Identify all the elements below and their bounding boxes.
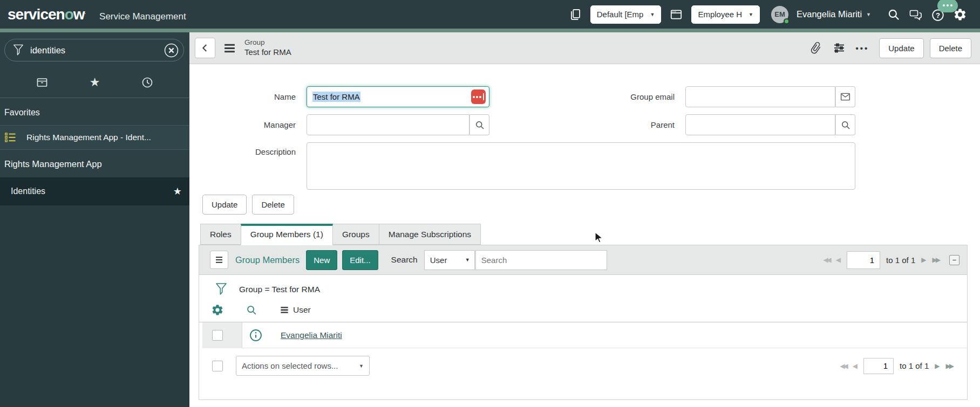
favorite-item-label: Rights Management App - Ident... <box>26 133 151 142</box>
password-autofill-icon[interactable] <box>471 89 486 104</box>
group-members-list: Group Members New Edit... Search User ▼ … <box>199 245 968 400</box>
column-header-user[interactable]: User <box>280 305 311 315</box>
first-page-icon[interactable]: ◀◀ <box>823 257 829 263</box>
favorites-section-header: Favorites <box>0 98 189 125</box>
attachment-icon[interactable] <box>809 42 822 54</box>
name-input[interactable]: Test for RMA <box>307 86 489 107</box>
filter-funnel-icon[interactable] <box>215 282 228 296</box>
group-email-input[interactable] <box>685 86 835 107</box>
tab-group-members[interactable]: Group Members (1) <box>241 224 333 245</box>
list-personalize-gear-icon[interactable] <box>211 303 224 316</box>
record-title: Group Test for RMA <box>244 38 291 58</box>
chevron-down-icon: ▼ <box>465 257 470 263</box>
list-context-menu-button[interactable] <box>210 251 228 269</box>
tab-groups[interactable]: Groups <box>332 224 379 245</box>
actions-on-selected-rows-select[interactable]: Actions on selected rows... ▼ <box>236 356 370 376</box>
new-button[interactable]: New <box>306 250 337 270</box>
avatar[interactable]: EM <box>771 6 788 23</box>
form-context-menu-icon[interactable] <box>223 42 236 55</box>
table-row: Evangelia Miariti <box>202 322 967 348</box>
previous-page-icon[interactable]: ◀ <box>836 257 841 263</box>
main-content: Group Test for RMA ••• Update Delete <box>189 32 980 407</box>
actions-select-value: Actions on selected rows... <box>242 361 338 370</box>
row-checkbox[interactable] <box>212 330 223 341</box>
last-page-icon[interactable]: ▶▶ <box>946 363 952 369</box>
list-pagination-bottom: ◀◀ ◀ to 1 of 1 ▶ ▶▶ <box>840 358 952 374</box>
manager-lookup-icon[interactable] <box>469 114 489 135</box>
favorites-tab-icon[interactable]: ★ <box>90 77 100 88</box>
last-page-icon[interactable]: ▶▶ <box>933 257 939 263</box>
breadcrumb[interactable]: Group = Test for RMA <box>239 285 320 294</box>
search-icon[interactable] <box>887 8 901 22</box>
parent-lookup-icon[interactable] <box>835 114 855 135</box>
chevron-down-icon: ▼ <box>650 12 655 17</box>
sidebar-item-rights-management-app-identities[interactable]: Rights Management App - Ident... <box>0 125 189 150</box>
related-list-tabs: Roles Group Members (1) Groups Manage Su… <box>200 224 980 245</box>
tab-roles[interactable]: Roles <box>200 224 241 245</box>
record-name: Test for RMA <box>244 47 291 58</box>
delete-button-bottom[interactable]: Delete <box>252 195 294 215</box>
clear-filter-icon[interactable] <box>164 43 179 58</box>
collapse-list-button[interactable]: − <box>949 255 959 265</box>
favorite-star-icon[interactable]: ★ <box>173 185 182 197</box>
first-page-icon[interactable]: ◀◀ <box>840 363 846 369</box>
user-menu[interactable]: Evangelia Miariti ▼ <box>797 9 871 19</box>
email-icon[interactable] <box>835 86 855 107</box>
navigator-filter-input[interactable] <box>30 45 158 56</box>
more-options-icon[interactable]: ••• <box>856 44 869 53</box>
next-page-icon[interactable]: ▶ <box>935 363 940 369</box>
chevron-down-icon: ▼ <box>866 12 871 17</box>
update-button[interactable]: Update <box>879 38 923 58</box>
back-button[interactable] <box>195 38 215 58</box>
record-preview-icon[interactable] <box>249 328 263 342</box>
svg-text:?: ? <box>936 11 940 19</box>
user-name: Evangelia Miariti <box>797 9 862 19</box>
group-email-label: Group email <box>489 86 685 107</box>
sidebar-item-identities[interactable]: Identities ★ <box>0 177 189 205</box>
application-select[interactable]: Employee H ▼ <box>691 5 760 24</box>
list-header-row: User <box>199 301 967 322</box>
page-number-input[interactable] <box>847 251 880 269</box>
select-all-checkbox[interactable] <box>212 361 223 371</box>
presence-dot <box>784 18 790 24</box>
name-value-selected: Test for RMA <box>312 92 360 102</box>
personalize-form-icon[interactable] <box>833 42 846 54</box>
update-set-picker-icon[interactable] <box>568 8 582 22</box>
application-navigator: ★ Favorites Rights Management App - Iden… <box>0 32 189 407</box>
servicenow-logo[interactable]: servicenow. <box>8 6 85 23</box>
description-label: Description <box>189 142 307 190</box>
previous-page-icon[interactable]: ◀ <box>853 363 858 369</box>
help-menu[interactable]: ? <box>931 8 945 22</box>
delete-button[interactable]: Delete <box>930 38 971 58</box>
update-set-value: Default [Emp <box>597 10 644 19</box>
pagination-range: to 1 of 1 <box>900 361 929 370</box>
list-search-input[interactable] <box>475 250 607 270</box>
all-applications-icon[interactable] <box>36 76 49 89</box>
next-page-icon[interactable]: ▶ <box>921 257 926 263</box>
history-icon[interactable] <box>141 76 154 89</box>
chevron-left-icon <box>199 42 211 54</box>
update-button-bottom[interactable]: Update <box>202 195 247 215</box>
chevron-down-icon: ▼ <box>359 363 364 369</box>
chat-icon[interactable] <box>909 8 923 22</box>
navigator-filter <box>4 39 184 61</box>
tab-manage-subscriptions[interactable]: Manage Subscriptions <box>379 224 481 245</box>
description-textarea[interactable] <box>307 142 855 190</box>
application-picker-icon[interactable] <box>669 8 683 22</box>
manager-input[interactable] <box>307 114 469 135</box>
header-controls: Default [Emp ▼ Employee H ▼ EM Evangelia… <box>568 5 967 24</box>
update-set-select[interactable]: Default [Emp ▼ <box>590 5 662 24</box>
user-record-link[interactable]: Evangelia Miariti <box>281 330 342 340</box>
form-buttons: Update Delete <box>202 195 980 215</box>
row-checkbox-cell <box>202 322 242 348</box>
record-toolbar: Group Test for RMA ••• Update Delete <box>189 32 980 64</box>
page-number-input[interactable] <box>863 358 894 374</box>
product-name: Service Management <box>99 11 186 22</box>
filter-funnel-icon <box>12 44 24 57</box>
parent-input[interactable] <box>685 114 835 135</box>
search-column-select[interactable]: User ▼ <box>424 250 475 270</box>
column-menu-icon <box>280 306 289 314</box>
edit-button[interactable]: Edit... <box>342 250 378 270</box>
avatar-initials: EM <box>774 10 785 18</box>
list-search-toggle-icon[interactable] <box>246 304 257 316</box>
